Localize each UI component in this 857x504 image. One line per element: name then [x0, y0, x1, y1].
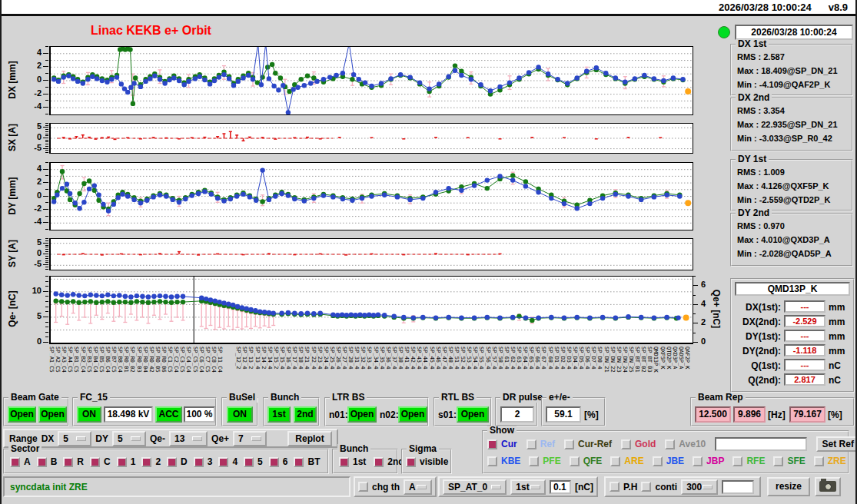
range-dx-select[interactable]: 5: [58, 431, 91, 446]
sector-item-c[interactable]: C: [90, 456, 111, 467]
checkbox[interactable]: [526, 439, 536, 449]
show-item-ref[interactable]: Ref: [526, 439, 555, 449]
ref-entry[interactable]: [715, 437, 807, 451]
minor-tick-mark: [45, 140, 48, 141]
bpm-label: SP_21_4: [304, 346, 310, 370]
range-qem-select[interactable]: 13: [169, 431, 208, 446]
checkbox[interactable]: [814, 456, 824, 466]
chg-th-group: chg th A: [354, 476, 437, 497]
bpm-label: SP_26_4: [335, 346, 341, 370]
stat-box-title: DY 2nd: [736, 208, 772, 218]
show-item-pfe[interactable]: PFE: [529, 456, 560, 466]
bunch-item-2nd[interactable]: 2nd: [374, 456, 404, 467]
show-item-ave10[interactable]: Ave10: [665, 439, 706, 449]
threshold-input[interactable]: [550, 480, 571, 494]
sector-item-4[interactable]: 4: [218, 456, 238, 467]
sector-item-bt[interactable]: BT: [294, 456, 320, 467]
checkbox[interactable]: [665, 439, 675, 449]
show-item-gold[interactable]: Gold: [621, 439, 656, 449]
th-select[interactable]: A: [404, 479, 432, 495]
checkbox[interactable]: [269, 457, 279, 467]
bpm-label: SP_DN_25: [628, 346, 634, 373]
y-axis-label-qe: Qe- [nC]: [7, 290, 18, 327]
resize-button[interactable]: resize: [767, 477, 810, 496]
sector-item-d[interactable]: D: [167, 456, 188, 467]
show-item-cur-ref[interactable]: Cur-Ref: [564, 439, 612, 449]
sector-item-b[interactable]: B: [37, 456, 58, 467]
fc15-group: FC_15 ON 18.498 kV ACC 100 %: [72, 397, 217, 426]
show-item-sfe[interactable]: SFE: [773, 456, 805, 466]
beam-gate-open-1-button[interactable]: Open: [8, 406, 36, 423]
bunch-1st-button[interactable]: 1st: [267, 406, 291, 423]
set-ref-button[interactable]: Set Ref: [816, 436, 857, 452]
interval-select[interactable]: 300: [681, 479, 718, 495]
ltr-n02-open-button[interactable]: Open: [398, 406, 427, 423]
sigma-item-visible[interactable]: visible: [406, 456, 448, 467]
show-item-jbe[interactable]: JBE: [653, 456, 684, 466]
titlebar-version: v8.9: [829, 2, 848, 13]
checkbox[interactable]: [244, 457, 254, 467]
show-item-jbp[interactable]: JBP: [693, 456, 724, 466]
checkbox[interactable]: [339, 457, 349, 467]
sp-select[interactable]: SP_AT_0: [443, 479, 507, 495]
sector-item-a[interactable]: A: [10, 456, 31, 467]
sector-item-5[interactable]: 5: [244, 456, 263, 467]
checkbox[interactable]: [141, 457, 151, 467]
busel-on-button[interactable]: ON: [227, 406, 253, 423]
screenshot-button[interactable]: [815, 477, 841, 496]
checkbox[interactable]: [653, 456, 663, 466]
extra-entry[interactable]: [722, 480, 754, 494]
checkbox[interactable]: [10, 457, 20, 467]
checkbox[interactable]: [194, 457, 204, 467]
bunch-item-1st[interactable]: 1st: [339, 456, 366, 467]
checkbox[interactable]: [773, 456, 783, 466]
checkbox[interactable]: [564, 439, 574, 449]
beam-rep-group: Beam Rep 12.500 9.896 [Hz] 79.167 [%]: [690, 397, 855, 426]
conti-checkbox[interactable]: [641, 482, 651, 492]
checkbox[interactable]: [37, 457, 47, 467]
bunch-select-menu[interactable]: 1st: [510, 479, 546, 495]
checkbox[interactable]: [406, 457, 416, 467]
checkbox[interactable]: [732, 456, 742, 466]
fc15-on-button[interactable]: ON: [77, 406, 101, 423]
checkbox[interactable]: [374, 457, 384, 467]
range-qep-select[interactable]: 7: [233, 431, 267, 446]
ltr-n01-open-button[interactable]: Open: [347, 406, 377, 423]
checkbox[interactable]: [487, 456, 497, 466]
checkbox[interactable]: [218, 457, 228, 467]
show-item-are[interactable]: ARE: [610, 456, 643, 466]
checkbox[interactable]: [90, 457, 100, 467]
ph-checkbox[interactable]: [610, 482, 619, 492]
checkbox[interactable]: [529, 456, 539, 466]
checkbox[interactable]: [693, 456, 703, 466]
show-item-cur[interactable]: Cur: [487, 439, 517, 449]
range-dy-select[interactable]: 5: [112, 431, 146, 446]
sector-item-2[interactable]: 2: [141, 456, 161, 467]
checkbox[interactable]: [621, 439, 631, 449]
fc15-acc-button[interactable]: ACC: [155, 406, 182, 423]
bpm-label: SP_B4_C4: [92, 346, 98, 373]
show-item-kbe[interactable]: KBE: [487, 456, 520, 466]
beam-gate-open-2-button[interactable]: Open: [38, 406, 67, 423]
replot-button[interactable]: Replot: [287, 431, 332, 446]
sector-item-1[interactable]: 1: [117, 456, 136, 467]
range-qep-label: Qe+: [211, 433, 229, 444]
monitor-name-field[interactable]: QMD13P_K: [735, 282, 850, 296]
show-item-rfe[interactable]: RFE: [732, 456, 765, 466]
bpm-label: SP_R0_02: [129, 346, 135, 373]
bunch-2nd-button[interactable]: 2nd: [294, 406, 317, 423]
rtl-s01-open-button[interactable]: Open: [457, 406, 489, 423]
sector-item-r[interactable]: R: [63, 456, 84, 467]
sector-item-6[interactable]: 6: [269, 456, 288, 467]
checkbox[interactable]: [167, 457, 177, 467]
sector-item-3[interactable]: 3: [194, 456, 213, 467]
checkbox[interactable]: [487, 439, 497, 449]
checkbox[interactable]: [570, 456, 580, 466]
chg-th-checkbox[interactable]: [358, 482, 368, 492]
show-item-zre[interactable]: ZRE: [814, 456, 846, 466]
checkbox[interactable]: [294, 457, 304, 467]
checkbox[interactable]: [117, 457, 127, 467]
show-item-qfe[interactable]: QFE: [570, 456, 603, 466]
checkbox[interactable]: [610, 456, 620, 466]
checkbox[interactable]: [63, 457, 73, 467]
